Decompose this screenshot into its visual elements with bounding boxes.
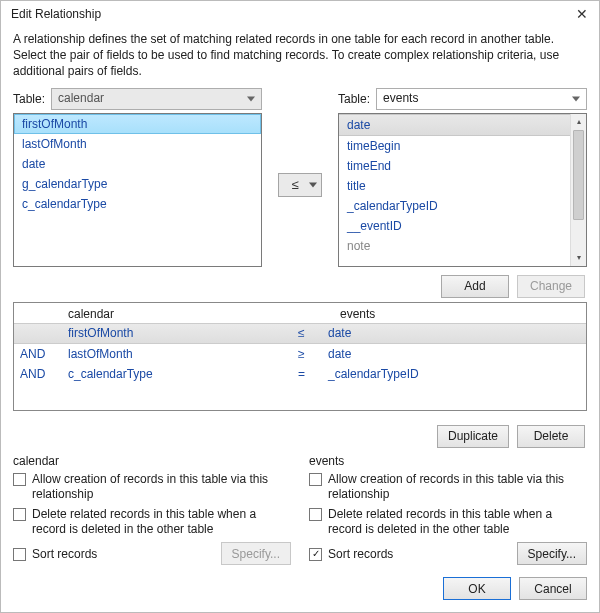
criteria-and: AND	[20, 367, 68, 381]
criteria-header-right: events	[300, 307, 580, 321]
left-allow-create-row[interactable]: Allow creation of records in this table …	[13, 472, 291, 503]
right-allow-create-row[interactable]: Allow creation of records in this table …	[309, 472, 587, 503]
left-sort-row: Sort records Specify...	[13, 542, 291, 565]
cancel-button[interactable]: Cancel	[519, 577, 587, 600]
right-allow-create-label: Allow creation of records in this table …	[328, 472, 587, 503]
right-sort-label: Sort records	[328, 547, 393, 561]
criteria-and: AND	[20, 347, 68, 361]
criteria-op: ≤	[298, 326, 328, 340]
list-item[interactable]: lastOfMonth	[14, 134, 261, 154]
list-item[interactable]: note	[339, 236, 570, 256]
criteria-header-left: calendar	[20, 307, 300, 321]
right-specify-button[interactable]: Specify...	[517, 542, 587, 565]
list-item[interactable]: firstOfMonth	[14, 114, 261, 134]
right-table-label: Table:	[338, 92, 370, 106]
right-table-column: Table: events date timeBegin timeEnd tit…	[338, 88, 587, 267]
left-table-select[interactable]: calendar	[51, 88, 262, 110]
left-allow-create-label: Allow creation of records in this table …	[32, 472, 291, 503]
list-item[interactable]: title	[339, 176, 570, 196]
checkbox-icon[interactable]	[13, 473, 26, 486]
criteria-grid: calendar events firstOfMonth ≤ date AND …	[13, 302, 587, 411]
close-icon[interactable]: ✕	[575, 7, 589, 21]
right-delete-related-label: Delete related records in this table whe…	[328, 507, 587, 538]
scroll-thumb[interactable]	[573, 130, 584, 220]
list-item[interactable]: timeEnd	[339, 156, 570, 176]
list-item[interactable]: g_calendarType	[14, 174, 261, 194]
right-fields-list[interactable]: date timeBegin timeEnd title _calendarTy…	[338, 113, 587, 267]
ok-button[interactable]: OK	[443, 577, 511, 600]
criteria-right-field: date	[328, 347, 580, 361]
checkbox-icon[interactable]	[13, 548, 26, 561]
left-table-label: Table:	[13, 92, 45, 106]
delete-button[interactable]: Delete	[517, 425, 585, 448]
checkbox-icon[interactable]	[309, 473, 322, 486]
list-item[interactable]: __eventID	[339, 216, 570, 236]
checkbox-icon[interactable]	[13, 508, 26, 521]
criteria-left-field: firstOfMonth	[68, 326, 298, 340]
add-change-row: Add Change	[1, 267, 599, 302]
criteria-op: =	[298, 367, 328, 381]
left-table-column: Table: calendar firstOfMonth lastOfMonth…	[13, 88, 262, 267]
add-button[interactable]: Add	[441, 275, 509, 298]
right-table-select[interactable]: events	[376, 88, 587, 110]
right-table-value: events	[383, 91, 418, 105]
left-options: calendar Allow creation of records in th…	[13, 454, 291, 565]
list-item[interactable]: _calendarTypeID	[339, 196, 570, 216]
checkbox-icon[interactable]	[309, 508, 322, 521]
criteria-left-field: lastOfMonth	[68, 347, 298, 361]
scroll-down-icon[interactable]: ▾	[571, 250, 586, 266]
criteria-right-field: _calendarTypeID	[328, 367, 580, 381]
edit-relationship-dialog: Edit Relationship ✕ A relationship defin…	[0, 0, 600, 613]
left-table-value: calendar	[58, 91, 104, 105]
criteria-row[interactable]: AND lastOfMonth ≥ date	[14, 344, 586, 364]
criteria-header: calendar events	[14, 303, 586, 323]
left-options-header: calendar	[13, 454, 291, 468]
tables-row: Table: calendar firstOfMonth lastOfMonth…	[1, 88, 599, 267]
dialog-title: Edit Relationship	[11, 7, 101, 21]
right-options: events Allow creation of records in this…	[309, 454, 587, 565]
operator-select[interactable]: ≤	[278, 173, 322, 197]
criteria-row[interactable]: firstOfMonth ≤ date	[14, 323, 586, 344]
left-sort-label: Sort records	[32, 547, 97, 561]
list-item[interactable]: timeBegin	[339, 136, 570, 156]
duplicate-button[interactable]: Duplicate	[437, 425, 509, 448]
list-item[interactable]: date	[14, 154, 261, 174]
dialog-description: A relationship defines the set of matchi…	[1, 25, 599, 88]
right-delete-related-row[interactable]: Delete related records in this table whe…	[309, 507, 587, 538]
dup-del-row: Duplicate Delete	[1, 417, 599, 452]
criteria-op: ≥	[298, 347, 328, 361]
left-delete-related-label: Delete related records in this table whe…	[32, 507, 291, 538]
change-button[interactable]: Change	[517, 275, 585, 298]
left-delete-related-row[interactable]: Delete related records in this table whe…	[13, 507, 291, 538]
criteria-right-field: date	[328, 326, 580, 340]
list-item[interactable]: date	[339, 114, 570, 136]
list-item[interactable]: c_calendarType	[14, 194, 261, 214]
options-row: calendar Allow creation of records in th…	[1, 452, 599, 569]
left-specify-button[interactable]: Specify...	[221, 542, 291, 565]
scrollbar[interactable]: ▴ ▾	[570, 114, 586, 266]
titlebar: Edit Relationship ✕	[1, 1, 599, 25]
criteria-row[interactable]: AND c_calendarType = _calendarTypeID	[14, 364, 586, 384]
footer-buttons: OK Cancel	[1, 569, 599, 612]
criteria-body[interactable]: firstOfMonth ≤ date AND lastOfMonth ≥ da…	[14, 323, 586, 410]
criteria-left-field: c_calendarType	[68, 367, 298, 381]
right-sort-row: ✓ Sort records Specify...	[309, 542, 587, 565]
checkbox-checked-icon[interactable]: ✓	[309, 548, 322, 561]
operator-value: ≤	[291, 177, 298, 192]
scroll-up-icon[interactable]: ▴	[571, 114, 586, 130]
right-options-header: events	[309, 454, 587, 468]
operator-column: ≤	[270, 173, 330, 197]
left-fields-list[interactable]: firstOfMonth lastOfMonth date g_calendar…	[13, 113, 262, 267]
